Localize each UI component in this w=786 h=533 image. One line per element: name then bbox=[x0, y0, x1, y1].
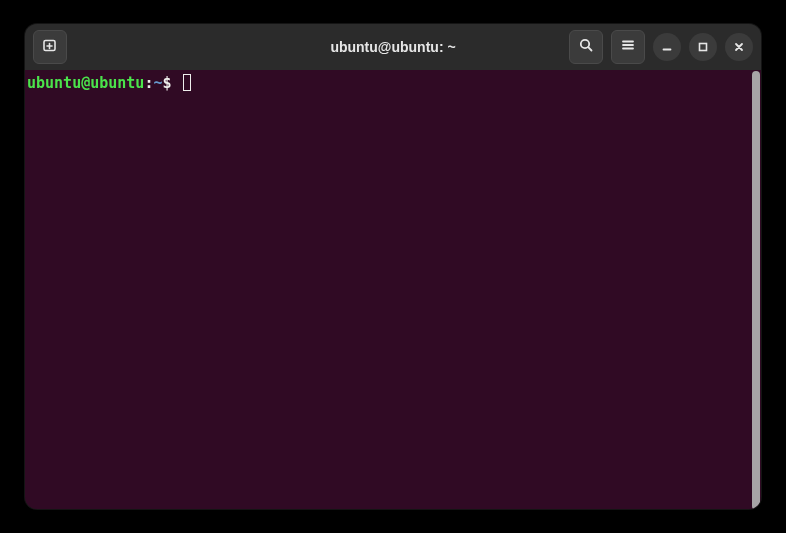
titlebar-left bbox=[33, 30, 67, 64]
prompt-symbol: $ bbox=[162, 74, 171, 92]
scrollbar[interactable] bbox=[751, 70, 761, 509]
search-button[interactable] bbox=[569, 30, 603, 64]
cursor bbox=[183, 74, 191, 91]
maximize-icon bbox=[697, 38, 709, 57]
titlebar: ubuntu@ubuntu: ~ bbox=[25, 24, 761, 70]
new-tab-icon bbox=[42, 37, 58, 57]
titlebar-right bbox=[569, 30, 753, 64]
terminal-window: ubuntu@ubuntu: ~ bbox=[25, 24, 761, 509]
maximize-button[interactable] bbox=[689, 33, 717, 61]
scrollbar-thumb[interactable] bbox=[752, 71, 760, 509]
window-title: ubuntu@ubuntu: ~ bbox=[330, 39, 455, 55]
menu-button[interactable] bbox=[611, 30, 645, 64]
terminal-content: ubuntu@ubuntu:~$ bbox=[27, 74, 759, 505]
new-tab-button[interactable] bbox=[33, 30, 67, 64]
close-icon bbox=[733, 38, 745, 57]
hamburger-icon bbox=[620, 37, 636, 57]
minimize-icon bbox=[661, 38, 673, 57]
minimize-button[interactable] bbox=[653, 33, 681, 61]
prompt-user-host: ubuntu@ubuntu bbox=[27, 74, 144, 92]
svg-rect-2 bbox=[700, 43, 707, 50]
close-button[interactable] bbox=[725, 33, 753, 61]
terminal-area[interactable]: ubuntu@ubuntu:~$ bbox=[25, 70, 761, 509]
search-icon bbox=[578, 37, 594, 57]
